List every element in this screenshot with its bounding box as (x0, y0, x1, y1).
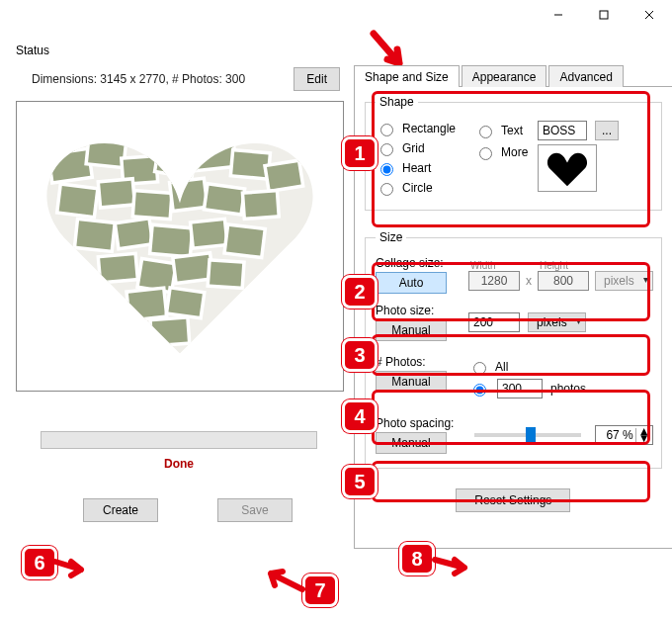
collage-preview (16, 101, 344, 392)
svg-rect-17 (242, 191, 279, 220)
annotation-6: 6 (22, 546, 57, 579)
svg-rect-16 (204, 184, 244, 215)
svg-rect-23 (98, 253, 137, 282)
arrow-icon (261, 566, 306, 595)
photo-size-mode-button[interactable]: Manual (376, 319, 447, 341)
svg-rect-13 (98, 179, 134, 208)
annotation-7: 7 (302, 574, 338, 607)
svg-rect-11 (265, 160, 303, 191)
tab-advanced[interactable]: Advanced (548, 65, 623, 87)
settings-panel: Shape Rectangle Grid Heart Circle Text .… (354, 86, 672, 549)
photo-spacing-label: Photo spacing: (376, 416, 461, 430)
status-heading: Status (16, 44, 344, 57)
photo-size-input[interactable] (468, 312, 520, 332)
photo-count-all-radio[interactable]: All (468, 359, 518, 375)
svg-rect-15 (170, 178, 208, 211)
photo-count-number-radio[interactable] (468, 381, 489, 397)
close-button[interactable] (627, 0, 672, 30)
arrow-icon (431, 550, 474, 577)
size-fieldset: Size Collage size: Auto Width 1280 x Hei… (365, 230, 662, 469)
x-separator: x (526, 274, 532, 291)
shape-rectangle-radio[interactable]: Rectangle (376, 121, 459, 136)
tab-appearance[interactable]: Appearance (462, 65, 547, 87)
collage-size-label: Collage size: (376, 256, 461, 270)
shape-heart-radio[interactable]: Heart (376, 160, 459, 176)
shape-grid-radio[interactable]: Grid (376, 140, 459, 156)
photo-spacing-slider[interactable] (474, 433, 581, 437)
photo-spacing-spinner[interactable]: ▲▼ (595, 425, 653, 445)
slider-thumb[interactable] (526, 427, 536, 445)
photo-spacing-input[interactable] (596, 426, 635, 444)
svg-rect-21 (191, 219, 228, 248)
photo-count-mode-button[interactable]: Manual (376, 371, 447, 393)
svg-rect-29 (150, 317, 190, 346)
shape-legend: Shape (376, 95, 418, 109)
photo-count-input[interactable] (497, 379, 543, 398)
photo-count-label: # Photos: (376, 355, 461, 369)
shape-fieldset: Shape Rectangle Grid Heart Circle Text .… (365, 95, 662, 211)
svg-rect-19 (115, 219, 152, 249)
reset-settings-button[interactable]: Reset Settings (456, 488, 570, 512)
collage-units-select[interactable]: pixels (595, 271, 653, 291)
width-label: Width (470, 260, 520, 271)
size-legend: Size (376, 230, 406, 244)
collage-width-field: 1280 (468, 271, 520, 291)
svg-rect-26 (208, 260, 244, 289)
heart-collage-image (32, 113, 328, 380)
collage-height-field: 800 (538, 271, 589, 291)
minimize-button[interactable] (536, 0, 581, 30)
shape-text-radio[interactable]: Text (474, 123, 530, 138)
maximize-button[interactable] (581, 0, 627, 30)
create-button[interactable]: Create (83, 498, 158, 522)
edit-button[interactable]: Edit (294, 67, 340, 91)
svg-rect-1 (600, 11, 608, 19)
svg-rect-18 (74, 219, 115, 251)
height-label: Height (540, 260, 589, 271)
tab-bar: Shape and Size Appearance Advanced (354, 65, 672, 87)
svg-rect-22 (224, 224, 265, 258)
svg-rect-9 (193, 137, 236, 170)
svg-rect-8 (155, 143, 197, 178)
save-button[interactable]: Save (217, 498, 293, 522)
svg-rect-20 (150, 224, 193, 257)
collage-size-mode-button[interactable]: Auto (376, 272, 447, 294)
window-titlebar (0, 0, 672, 30)
photos-suffix: photos (550, 382, 586, 396)
done-label: Done (14, 457, 344, 471)
photo-size-label: Photo size: (376, 304, 461, 317)
dimensions-text: Dimensions: 3145 x 2770, # Photos: 300 (32, 72, 245, 86)
arrow-icon (51, 552, 91, 581)
progress-bar (41, 431, 317, 449)
heart-icon (546, 148, 589, 188)
shape-more-radio[interactable]: More (474, 144, 530, 160)
shape-text-browse-button[interactable]: ... (595, 121, 619, 140)
photo-size-units-select[interactable]: pixels (528, 312, 586, 332)
svg-rect-27 (126, 288, 167, 320)
spinner-arrows[interactable]: ▲▼ (635, 428, 652, 442)
svg-rect-28 (166, 288, 204, 318)
photo-spacing-mode-button[interactable]: Manual (376, 432, 447, 454)
svg-rect-12 (57, 184, 98, 218)
shape-preview-thumbnail[interactable] (538, 144, 597, 192)
tab-shape-and-size[interactable]: Shape and Size (354, 65, 460, 87)
svg-rect-14 (132, 191, 172, 220)
shape-text-input[interactable] (538, 121, 587, 140)
shape-circle-radio[interactable]: Circle (376, 180, 459, 196)
